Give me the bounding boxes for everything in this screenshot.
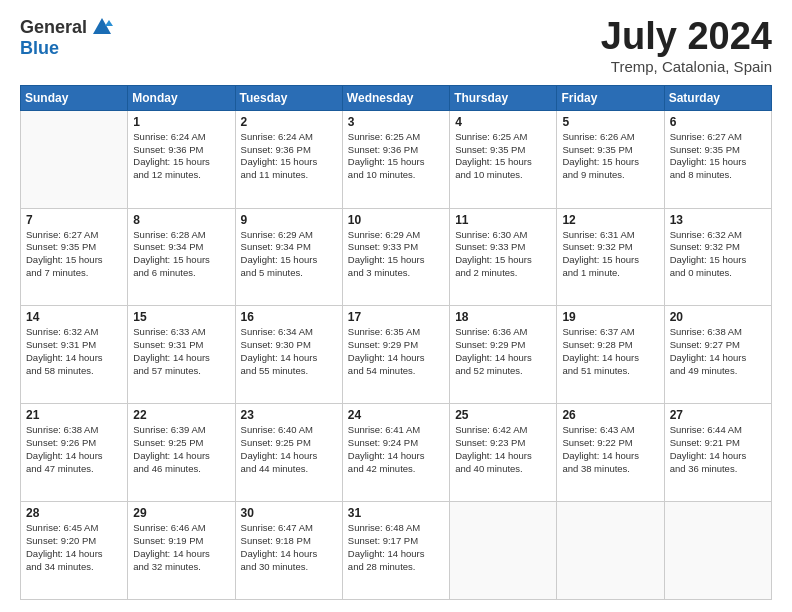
day-number: 21	[26, 408, 122, 422]
day-number: 2	[241, 115, 337, 129]
calendar-cell: 11Sunrise: 6:30 AM Sunset: 9:33 PM Dayli…	[450, 208, 557, 306]
calendar-header-tuesday: Tuesday	[235, 85, 342, 110]
calendar-cell	[557, 502, 664, 600]
calendar-header-sunday: Sunday	[21, 85, 128, 110]
calendar-cell: 30Sunrise: 6:47 AM Sunset: 9:18 PM Dayli…	[235, 502, 342, 600]
calendar-cell: 1Sunrise: 6:24 AM Sunset: 9:36 PM Daylig…	[128, 110, 235, 208]
calendar-cell: 27Sunrise: 6:44 AM Sunset: 9:21 PM Dayli…	[664, 404, 771, 502]
day-info: Sunrise: 6:44 AM Sunset: 9:21 PM Dayligh…	[670, 424, 766, 475]
day-info: Sunrise: 6:45 AM Sunset: 9:20 PM Dayligh…	[26, 522, 122, 573]
calendar-cell	[21, 110, 128, 208]
day-number: 14	[26, 310, 122, 324]
calendar-cell	[450, 502, 557, 600]
day-info: Sunrise: 6:25 AM Sunset: 9:35 PM Dayligh…	[455, 131, 551, 182]
day-info: Sunrise: 6:32 AM Sunset: 9:32 PM Dayligh…	[670, 229, 766, 280]
day-number: 23	[241, 408, 337, 422]
calendar-header-row: SundayMondayTuesdayWednesdayThursdayFrid…	[21, 85, 772, 110]
calendar-cell: 15Sunrise: 6:33 AM Sunset: 9:31 PM Dayli…	[128, 306, 235, 404]
day-number: 9	[241, 213, 337, 227]
calendar-cell: 12Sunrise: 6:31 AM Sunset: 9:32 PM Dayli…	[557, 208, 664, 306]
day-info: Sunrise: 6:43 AM Sunset: 9:22 PM Dayligh…	[562, 424, 658, 475]
day-number: 18	[455, 310, 551, 324]
day-info: Sunrise: 6:27 AM Sunset: 9:35 PM Dayligh…	[26, 229, 122, 280]
calendar-cell: 20Sunrise: 6:38 AM Sunset: 9:27 PM Dayli…	[664, 306, 771, 404]
calendar-week-5: 28Sunrise: 6:45 AM Sunset: 9:20 PM Dayli…	[21, 502, 772, 600]
day-info: Sunrise: 6:27 AM Sunset: 9:35 PM Dayligh…	[670, 131, 766, 182]
calendar-cell: 23Sunrise: 6:40 AM Sunset: 9:25 PM Dayli…	[235, 404, 342, 502]
day-info: Sunrise: 6:35 AM Sunset: 9:29 PM Dayligh…	[348, 326, 444, 377]
logo-general: General	[20, 17, 87, 38]
calendar-cell: 6Sunrise: 6:27 AM Sunset: 9:35 PM Daylig…	[664, 110, 771, 208]
calendar-cell: 4Sunrise: 6:25 AM Sunset: 9:35 PM Daylig…	[450, 110, 557, 208]
subtitle: Tremp, Catalonia, Spain	[601, 58, 772, 75]
day-number: 28	[26, 506, 122, 520]
day-number: 5	[562, 115, 658, 129]
day-number: 31	[348, 506, 444, 520]
calendar-cell: 16Sunrise: 6:34 AM Sunset: 9:30 PM Dayli…	[235, 306, 342, 404]
calendar-cell: 28Sunrise: 6:45 AM Sunset: 9:20 PM Dayli…	[21, 502, 128, 600]
calendar-cell: 13Sunrise: 6:32 AM Sunset: 9:32 PM Dayli…	[664, 208, 771, 306]
calendar-table: SundayMondayTuesdayWednesdayThursdayFrid…	[20, 85, 772, 600]
day-number: 10	[348, 213, 444, 227]
logo-icon	[91, 16, 113, 38]
calendar-cell: 31Sunrise: 6:48 AM Sunset: 9:17 PM Dayli…	[342, 502, 449, 600]
day-number: 29	[133, 506, 229, 520]
page: General Blue July 2024 Tremp, Catalonia,…	[0, 0, 792, 612]
svg-marker-1	[105, 20, 113, 26]
day-info: Sunrise: 6:36 AM Sunset: 9:29 PM Dayligh…	[455, 326, 551, 377]
calendar-cell: 10Sunrise: 6:29 AM Sunset: 9:33 PM Dayli…	[342, 208, 449, 306]
day-info: Sunrise: 6:25 AM Sunset: 9:36 PM Dayligh…	[348, 131, 444, 182]
calendar-cell: 5Sunrise: 6:26 AM Sunset: 9:35 PM Daylig…	[557, 110, 664, 208]
day-info: Sunrise: 6:29 AM Sunset: 9:33 PM Dayligh…	[348, 229, 444, 280]
calendar-cell: 9Sunrise: 6:29 AM Sunset: 9:34 PM Daylig…	[235, 208, 342, 306]
day-info: Sunrise: 6:24 AM Sunset: 9:36 PM Dayligh…	[133, 131, 229, 182]
calendar-header-monday: Monday	[128, 85, 235, 110]
calendar-cell: 26Sunrise: 6:43 AM Sunset: 9:22 PM Dayli…	[557, 404, 664, 502]
day-number: 8	[133, 213, 229, 227]
day-info: Sunrise: 6:40 AM Sunset: 9:25 PM Dayligh…	[241, 424, 337, 475]
day-info: Sunrise: 6:30 AM Sunset: 9:33 PM Dayligh…	[455, 229, 551, 280]
day-info: Sunrise: 6:48 AM Sunset: 9:17 PM Dayligh…	[348, 522, 444, 573]
calendar-cell: 19Sunrise: 6:37 AM Sunset: 9:28 PM Dayli…	[557, 306, 664, 404]
day-info: Sunrise: 6:37 AM Sunset: 9:28 PM Dayligh…	[562, 326, 658, 377]
calendar-header-wednesday: Wednesday	[342, 85, 449, 110]
day-number: 4	[455, 115, 551, 129]
calendar-cell: 22Sunrise: 6:39 AM Sunset: 9:25 PM Dayli…	[128, 404, 235, 502]
day-number: 17	[348, 310, 444, 324]
title-block: July 2024 Tremp, Catalonia, Spain	[601, 16, 772, 75]
calendar-header-thursday: Thursday	[450, 85, 557, 110]
main-title: July 2024	[601, 16, 772, 58]
calendar-cell: 7Sunrise: 6:27 AM Sunset: 9:35 PM Daylig…	[21, 208, 128, 306]
day-info: Sunrise: 6:34 AM Sunset: 9:30 PM Dayligh…	[241, 326, 337, 377]
calendar-cell	[664, 502, 771, 600]
day-number: 20	[670, 310, 766, 324]
day-info: Sunrise: 6:26 AM Sunset: 9:35 PM Dayligh…	[562, 131, 658, 182]
calendar-week-4: 21Sunrise: 6:38 AM Sunset: 9:26 PM Dayli…	[21, 404, 772, 502]
day-number: 6	[670, 115, 766, 129]
calendar-cell: 8Sunrise: 6:28 AM Sunset: 9:34 PM Daylig…	[128, 208, 235, 306]
logo: General Blue	[20, 16, 113, 59]
header: General Blue July 2024 Tremp, Catalonia,…	[20, 16, 772, 75]
day-info: Sunrise: 6:31 AM Sunset: 9:32 PM Dayligh…	[562, 229, 658, 280]
calendar-cell: 17Sunrise: 6:35 AM Sunset: 9:29 PM Dayli…	[342, 306, 449, 404]
calendar-cell: 24Sunrise: 6:41 AM Sunset: 9:24 PM Dayli…	[342, 404, 449, 502]
calendar-week-3: 14Sunrise: 6:32 AM Sunset: 9:31 PM Dayli…	[21, 306, 772, 404]
day-number: 27	[670, 408, 766, 422]
day-info: Sunrise: 6:41 AM Sunset: 9:24 PM Dayligh…	[348, 424, 444, 475]
day-info: Sunrise: 6:39 AM Sunset: 9:25 PM Dayligh…	[133, 424, 229, 475]
calendar-cell: 18Sunrise: 6:36 AM Sunset: 9:29 PM Dayli…	[450, 306, 557, 404]
day-info: Sunrise: 6:24 AM Sunset: 9:36 PM Dayligh…	[241, 131, 337, 182]
day-number: 22	[133, 408, 229, 422]
calendar-header-saturday: Saturday	[664, 85, 771, 110]
calendar-cell: 3Sunrise: 6:25 AM Sunset: 9:36 PM Daylig…	[342, 110, 449, 208]
day-info: Sunrise: 6:46 AM Sunset: 9:19 PM Dayligh…	[133, 522, 229, 573]
day-info: Sunrise: 6:29 AM Sunset: 9:34 PM Dayligh…	[241, 229, 337, 280]
calendar-cell: 21Sunrise: 6:38 AM Sunset: 9:26 PM Dayli…	[21, 404, 128, 502]
day-info: Sunrise: 6:38 AM Sunset: 9:26 PM Dayligh…	[26, 424, 122, 475]
calendar-cell: 2Sunrise: 6:24 AM Sunset: 9:36 PM Daylig…	[235, 110, 342, 208]
day-info: Sunrise: 6:38 AM Sunset: 9:27 PM Dayligh…	[670, 326, 766, 377]
day-number: 25	[455, 408, 551, 422]
day-info: Sunrise: 6:47 AM Sunset: 9:18 PM Dayligh…	[241, 522, 337, 573]
day-number: 1	[133, 115, 229, 129]
calendar-cell: 25Sunrise: 6:42 AM Sunset: 9:23 PM Dayli…	[450, 404, 557, 502]
